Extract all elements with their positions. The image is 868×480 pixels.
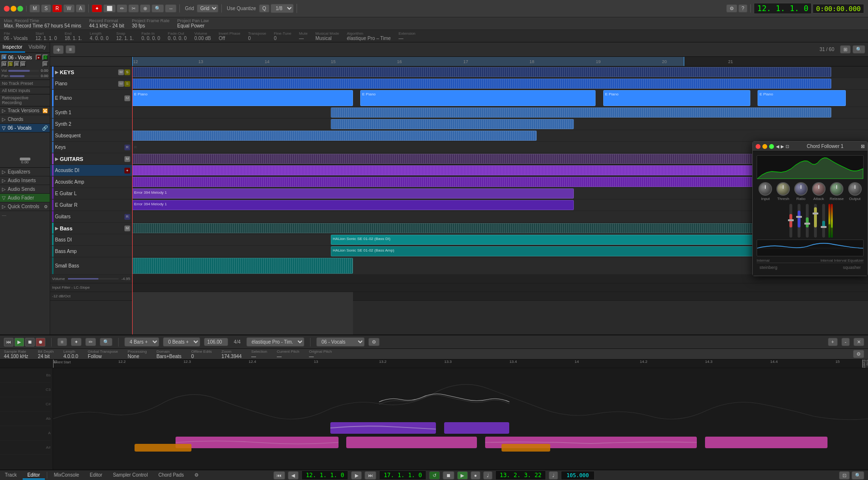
clip-eguitar-r[interactable]: Error 394 Melody 1 [132,200,574,210]
bottom-metronome[interactable]: ♩ [483,471,492,480]
track-settings-btn[interactable]: ≡ [66,45,75,53]
clip-epiano-2[interactable]: E Piano [360,90,596,106]
clip-synth2[interactable] [331,119,574,129]
tempo-input[interactable] [204,338,228,346]
editor-zoom-in[interactable]: + [828,338,838,346]
vocal-clip-c3-1[interactable] [330,422,436,434]
clip-acoustic-amp[interactable] [132,177,831,187]
tab-chord-pads[interactable]: Chord Pads [153,471,189,480]
track-header-synth1[interactable]: Synth 1 [50,107,132,119]
tool-btn-2[interactable]: ⬜ [103,4,116,13]
zoom-right-btn[interactable]: 🔍 [852,471,864,480]
plugin-minimize[interactable] [762,144,767,149]
maximize-btn[interactable] [17,6,23,12]
expand-btn[interactable]: ▼ [1,54,7,60]
solo-btn[interactable]: S [8,61,14,67]
record-enable-btn[interactable]: ● [36,54,41,60]
piano-solo[interactable]: S [124,81,130,87]
visibility-tab[interactable]: Visibility [25,42,50,53]
grid-select[interactable]: Grid [197,4,218,13]
algorithm-select[interactable]: élastique Pro - Tim... [246,337,304,347]
zoom-btn[interactable]: 🔍 [853,45,865,53]
keys2-r[interactable]: R [124,145,130,150]
track-header-eguitar-r[interactable]: E Guitar R [50,200,132,211]
bass-mute[interactable]: M [124,226,130,231]
fader-handle-1[interactable] [788,219,794,221]
clip-acoustic-di[interactable] [132,165,831,175]
tool-btn-3[interactable]: ✏ [117,4,127,13]
track-header-eguitar-l[interactable]: E Guitar L [50,188,132,200]
settings-btn[interactable]: ⚙ [726,4,737,13]
editor-tool-1[interactable]: ✦ [71,338,81,346]
guitars-mute[interactable]: M [124,156,130,162]
bottom-tempo[interactable]: ♩ [549,471,558,480]
tool-btn-1[interactable]: ✦ [92,4,102,13]
beats-select[interactable]: 4 Bars + [124,337,159,347]
monitor-btn[interactable]: ♫ [42,54,48,60]
plugin-close[interactable] [756,144,760,149]
track-header-bass[interactable]: ▶ Bass M [50,223,132,234]
track-header-bass-di[interactable]: Bass DI [50,234,132,246]
m-button[interactable]: M [29,4,40,13]
clip-subsequent[interactable] [132,131,537,141]
w-button[interactable]: W [63,4,74,13]
keys-solo[interactable]: S [124,69,130,75]
fader-handle-3[interactable] [804,223,810,225]
help-btn[interactable]: ? [738,4,748,13]
s-button[interactable]: S [41,4,51,13]
read-btn[interactable]: R [14,61,20,67]
clip-eguitar-l[interactable]: Error 394 Melody 1 [132,188,574,199]
track-header-acoustic-di[interactable]: Acoustic DI ● [50,165,132,176]
track-header-bass-amp[interactable]: Bass Amp [50,246,132,257]
epiano-mute[interactable]: M [124,95,130,101]
inspector-tab[interactable]: Inspector [0,42,25,53]
edit-btn[interactable]: ✏ [42,61,48,67]
track-versions-section[interactable]: ▷ Track Versions 🔀 [0,107,50,115]
retro-recording[interactable]: Retrospective Recording [0,94,50,107]
track-header-small-bass[interactable]: Small Bass [50,257,132,275]
close-btn[interactable] [4,6,10,12]
keys-mute[interactable]: M [118,69,124,75]
bottom-record[interactable]: ● [471,471,480,480]
knob-attack-ctrl[interactable] [812,182,826,196]
rewind-btn[interactable]: ⏮ [4,338,14,347]
volume-fader[interactable] [8,70,39,72]
write-btn[interactable]: W [20,61,26,67]
tab-editor[interactable]: Editor [23,471,45,480]
bottom-play[interactable]: ▶ [457,471,468,480]
volume-fader-main[interactable]: 0.00 [21,159,29,164]
beats-value-select[interactable]: 0 Beats + [163,337,200,347]
clip-epiano-4[interactable]: E Piano [758,90,846,106]
audio-inserts-section[interactable]: ▷ Audio Inserts [0,176,50,185]
tab-settings-icon[interactable]: ⚙ [190,471,203,480]
stop-btn[interactable]: ⏹ [25,338,35,347]
knob-input-ctrl[interactable] [759,182,772,196]
track-header-acoustic-amp[interactable]: Acoustic Amp [50,176,132,188]
output-btn[interactable]: ⊡ [839,471,850,480]
clip-piano[interactable] [132,79,831,89]
clip-synth1[interactable] [331,107,831,118]
track-header-synth2[interactable]: Synth 2 [50,119,132,130]
chords-section[interactable]: ▷ Chords [0,115,50,124]
minimize-btn[interactable] [11,6,16,12]
vocal-clip-orange-2[interactable] [502,444,550,452]
play-btn[interactable]: ▶ [14,338,24,347]
editor-tool-2[interactable]: ✏ [85,338,96,346]
bottom-rew[interactable]: ⏮ [273,471,285,480]
plugin-maximize[interactable] [769,144,774,149]
add-track-btn[interactable]: + [53,45,64,54]
track-select-editor[interactable]: 06 - Vocals [316,337,365,347]
vocals-section[interactable]: ▽ 06 - Vocals 🔗 [0,124,50,133]
fader-handle-4[interactable] [813,213,818,214]
pan-knob[interactable] [10,75,39,77]
clip-bass-group[interactable] [132,223,831,233]
track-header-keys2[interactable]: Keys R [50,142,132,153]
tab-sampler-control[interactable]: Sampler Control [108,471,152,480]
clip-epiano-3[interactable]: E Piano [603,90,750,106]
track-header-epiano[interactable]: E Piano M [50,90,132,107]
info-settings[interactable]: ⚙ [853,350,864,358]
bottom-cycle[interactable]: ↺ [429,471,440,480]
knob-ratio-ctrl[interactable] [794,182,808,196]
knob-threshold-ctrl[interactable] [776,182,790,196]
midi-input[interactable]: All MIDI Inputs [0,87,50,94]
